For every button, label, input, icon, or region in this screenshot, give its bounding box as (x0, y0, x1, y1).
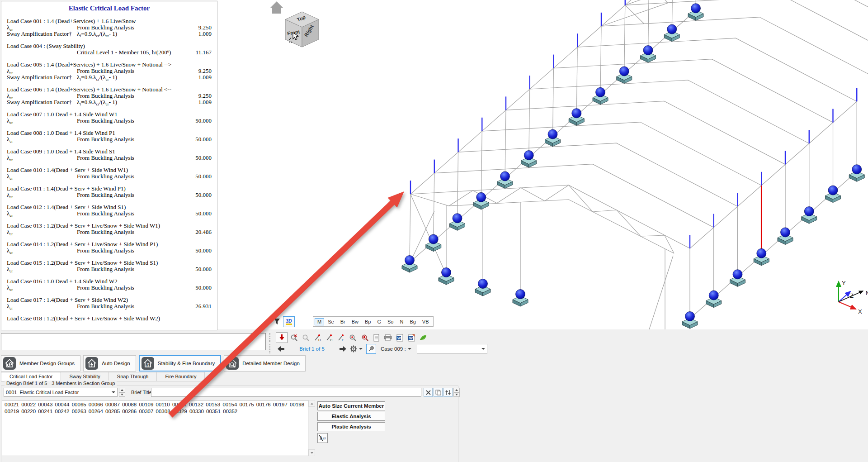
delete-brief-button[interactable] (424, 388, 433, 397)
axis-x-label: X (858, 308, 862, 314)
brief-order-spinner[interactable] (453, 388, 460, 397)
load-case: Load Case 013 : 1.2(Dead + Serv + Live/S… (1, 223, 217, 235)
support-node[interactable] (849, 165, 864, 182)
case-combo[interactable] (417, 344, 487, 354)
filter-icon[interactable] (271, 317, 282, 327)
filter-button-bg[interactable]: Bg (407, 318, 418, 325)
zoom-cancel-icon[interactable] (288, 333, 299, 343)
scroll-up-button[interactable] (308, 400, 315, 407)
auto-size-current-member-button[interactable]: Auto Size Current Member (317, 401, 385, 410)
load-factor-value: 20.486 (179, 229, 212, 235)
filter-button-g[interactable]: G (374, 318, 384, 325)
members-scrollbar[interactable] (308, 400, 315, 456)
download-results-icon[interactable] (276, 332, 288, 343)
load-case-title: Load Case 016 : 1.0 Dead + 1.4 Side Wind… (1, 278, 217, 285)
view-3d-toggle[interactable]: 3D (283, 316, 295, 327)
svg-text:C: C (330, 338, 333, 342)
tab-label: Auto Design (102, 361, 130, 366)
eco-mode-icon[interactable] (418, 333, 429, 343)
design-mode-tabs: Member Design GroupsAuto DesignδStabilit… (1, 355, 306, 372)
filter-button-bw[interactable]: Bw (349, 318, 361, 325)
previous-brief-button[interactable] (276, 344, 287, 354)
result-row: Sway Amplfication Factor†λf=0.9.λcr/(λcr… (1, 74, 217, 81)
filter-button-so[interactable]: So (385, 318, 396, 325)
report-body: Load Case 001 : 1.4 (Dead+Services) + 1.… (1, 18, 217, 322)
brief-position-label: Brief 1 of 5 (288, 346, 336, 352)
result-row: λcrFrom Buckling Analysis9.250 (1, 24, 217, 31)
filter-button-m[interactable]: M (315, 318, 324, 325)
support-node[interactable] (439, 268, 454, 285)
case-selector-label: Case 009 : (381, 346, 406, 352)
home-icon[interactable] (270, 1, 283, 14)
tab-member-design-groups[interactable]: Member Design Groups (1, 355, 80, 372)
export-word-alt-icon[interactable]: W (406, 333, 417, 343)
house-bolt-icon (85, 357, 99, 370)
support-node[interactable] (688, 4, 703, 21)
notes-input[interactable] (1, 333, 266, 350)
brief-title-input[interactable] (151, 388, 421, 397)
filter-button-vb[interactable]: VB (420, 318, 432, 325)
settings-gear-button[interactable] (349, 344, 358, 354)
load-factor-value: 50.000 (179, 192, 212, 198)
zoom-in-icon[interactable] (347, 333, 358, 343)
subtab-fire-boundary[interactable]: Fire Boundary (157, 372, 205, 381)
pick-force-icon[interactable]: F (335, 333, 346, 343)
view-cube-widget[interactable]: Top Front Right (268, 0, 331, 54)
subtab-critical-load-factor[interactable]: Critical Load Factor (1, 372, 61, 381)
export-word-icon[interactable]: W (394, 333, 405, 343)
brief-spinner-down[interactable] (119, 392, 125, 397)
support-node[interactable] (513, 290, 528, 307)
pick-unity-icon[interactable]: U (312, 333, 323, 343)
result-row: λcrFrom Buckling Analysis50.000 (1, 285, 217, 291)
tab-label: Member Design Groups (19, 361, 75, 366)
svg-text:δ: δ (146, 363, 149, 368)
pick-capacity-icon[interactable]: C (324, 333, 335, 343)
lambda-cr-button[interactable]: λcr (317, 433, 328, 443)
load-factor-value: 50.000 (179, 285, 212, 291)
zoom-window-icon[interactable] (300, 333, 311, 343)
load-case-title: Load Case 014 : 1.2(Dead + Serv + Live/S… (1, 241, 217, 248)
load-case-title: Load Case 006 : 1.4 (Dead+Services) + 1.… (1, 86, 217, 93)
report-page-icon[interactable] (371, 333, 382, 343)
model-viewport[interactable]: Top Front Right Y Z X N (217, 0, 868, 329)
pin-brief-button[interactable] (366, 344, 376, 354)
view-cube[interactable]: Top Front Right (285, 12, 319, 47)
next-brief-button[interactable] (337, 344, 348, 354)
brief-spinner[interactable] (119, 388, 125, 397)
subtab-snap-through[interactable]: Snap Through (109, 372, 157, 381)
scroll-down-button[interactable] (308, 449, 315, 456)
support-node[interactable] (475, 279, 491, 296)
brief-order-down[interactable] (453, 392, 460, 397)
settings-dropdown-caret[interactable] (359, 348, 363, 350)
tab-stability-fire-boundary[interactable]: δStability & Fire Boundary (139, 355, 222, 372)
toolbar-drag-handle[interactable] (269, 333, 272, 342)
filter-button-se[interactable]: Se (325, 318, 336, 325)
axis-n-label: N (866, 290, 868, 296)
brief-select-combo[interactable]: 0001 Elastic Critical Load Factor (4, 388, 118, 397)
filter-button-bp[interactable]: Bp (362, 318, 373, 325)
tab-auto-design[interactable]: Auto Design (83, 355, 136, 372)
filter-button-n[interactable]: N (397, 318, 406, 325)
tab-detailed-member-design[interactable]: Detailed Member Design (224, 355, 306, 372)
print-icon[interactable] (382, 333, 393, 343)
elastic-analysis-button[interactable]: Elastic Analysis (317, 412, 385, 421)
plastic-analysis-button[interactable]: Plastic Analysis (317, 422, 385, 431)
load-factor-value: 1.009 (179, 74, 212, 81)
reorder-brief-button[interactable] (443, 388, 453, 397)
subtab-sway-stability[interactable]: Sway Stability (61, 372, 108, 381)
filter-button-br[interactable]: Br (338, 318, 348, 325)
brief-spinner-up[interactable] (119, 388, 125, 392)
load-case-title: Load Case 013 : 1.2(Dead + Serv + Live/S… (1, 223, 217, 229)
app-window: Elastic Critical Load Factor Load Case 0… (0, 0, 868, 462)
stability-subtabs: Critical Load FactorSway StabilitySnap T… (1, 372, 205, 381)
load-case: Load Case 007 : 1.0 Dead + 1.4 Side Wind… (1, 111, 217, 124)
copy-brief-button[interactable] (434, 388, 443, 397)
zoom-dynamic-icon[interactable] (359, 333, 370, 343)
toolbar-drag-handle[interactable] (269, 344, 272, 353)
tab-label: Stability & Fire Boundary (158, 361, 215, 366)
result-row: λcrFrom Buckling Analysis50.000 (1, 118, 217, 124)
case-dropdown-caret[interactable] (408, 348, 411, 350)
members-list[interactable]: 00021 00022 00043 00044 00065 00066 0008… (2, 400, 308, 456)
brief-order-up[interactable] (453, 388, 460, 392)
load-case: Load Case 016 : 1.0 Dead + 1.4 Side Wind… (1, 278, 217, 291)
